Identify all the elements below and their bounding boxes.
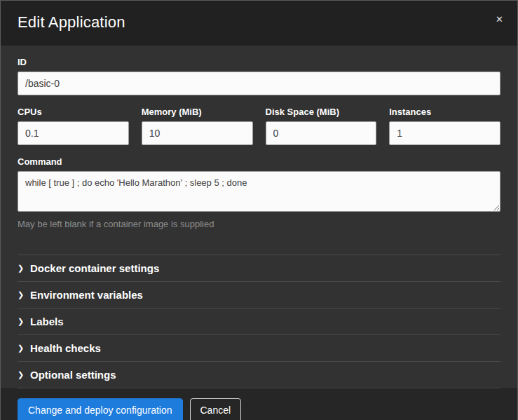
section-label: Optional settings (30, 369, 116, 381)
memory-input[interactable] (142, 121, 253, 145)
instances-field-group: Instances (389, 107, 500, 145)
disk-label: Disk Space (MiB) (266, 107, 377, 117)
chevron-right-icon: ❯ (18, 370, 30, 379)
section-label: Health checks (30, 342, 101, 354)
section-label: Environment variables (30, 289, 143, 301)
section-health-checks[interactable]: ❯ Health checks (18, 334, 500, 361)
section-label: Docker container settings (30, 262, 159, 274)
memory-label: Memory (MiB) (142, 107, 253, 117)
instances-label: Instances (389, 107, 500, 117)
section-docker-container-settings[interactable]: ❯ Docker container settings (18, 255, 500, 281)
disk-field-group: Disk Space (MiB) (266, 107, 377, 145)
instances-input[interactable] (389, 121, 500, 145)
cpus-input[interactable] (18, 121, 129, 145)
modal-footer: Change and deploy configuration Cancel (1, 388, 517, 420)
chevron-right-icon: ❯ (18, 264, 30, 273)
chevron-right-icon: ❯ (18, 344, 30, 353)
disk-input[interactable] (266, 121, 377, 145)
id-field-group: ID (18, 57, 500, 95)
command-label: Command (18, 156, 500, 167)
command-textarea[interactable]: while [ true ] ; do echo 'Hello Marathon… (18, 171, 500, 212)
section-environment-variables[interactable]: ❯ Environment variables (18, 281, 500, 308)
id-input[interactable] (18, 72, 500, 95)
cancel-button[interactable]: Cancel (190, 398, 242, 420)
resources-row: CPUs Memory (MiB) Disk Space (MiB) Insta… (18, 107, 500, 145)
chevron-right-icon: ❯ (18, 317, 30, 326)
command-help-text: May be left blank if a container image i… (18, 219, 500, 229)
modal-body: ID CPUs Memory (MiB) Disk Space (MiB) In… (1, 46, 517, 388)
page-title: Edit Application (18, 13, 500, 32)
collapsible-sections: ❯ Docker container settings ❯ Environmen… (18, 255, 500, 388)
cpus-field-group: CPUs (18, 107, 129, 145)
section-labels[interactable]: ❯ Labels (18, 308, 500, 334)
section-optional-settings[interactable]: ❯ Optional settings (18, 361, 500, 388)
chevron-right-icon: ❯ (18, 290, 30, 299)
memory-field-group: Memory (MiB) (142, 107, 253, 145)
cpus-label: CPUs (18, 107, 129, 117)
change-and-deploy-button[interactable]: Change and deploy configuration (18, 398, 183, 420)
command-field-group: Command while [ true ] ; do echo 'Hello … (18, 156, 500, 229)
modal-header: Edit Application ✕ (1, 1, 517, 46)
section-label: Labels (30, 316, 64, 327)
edit-application-modal: Edit Application ✕ ID CPUs Memory (MiB) … (0, 0, 518, 420)
close-icon[interactable]: ✕ (493, 12, 506, 27)
id-label: ID (18, 57, 500, 67)
